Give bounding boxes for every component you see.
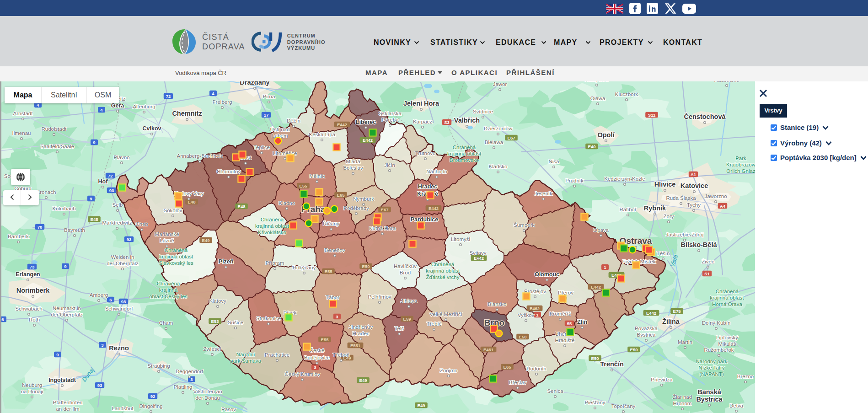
svg-text:Přerov: Přerov [558,290,573,295]
svg-text:Kulmbach: Kulmbach [52,206,75,211]
svg-text:17: 17 [264,113,269,118]
svg-text:93: 93 [97,383,102,388]
svg-text:Jaworzno: Jaworzno [704,193,727,199]
svg-text:der Oberpfalz: der Oberpfalz [51,312,83,317]
svg-text:Krajobrazow: Krajobrazow [726,162,755,167]
svg-text:Teplice: Teplice [253,145,270,150]
svg-text:73: 73 [30,264,35,269]
svg-text:Kronach: Kronach [37,189,56,195]
svg-text:Topoľčany: Topoľčany [611,403,636,409]
svg-text:oblast Český les: oblast Český les [149,294,188,299]
svg-text:Opolí: Opolí [597,131,615,139]
svg-text:Třeboň: Třeboň [333,352,349,358]
svg-text:E49: E49 [418,403,425,408]
svg-text:Pirna: Pirna [263,94,275,99]
svg-text:Cvikov: Cvikov [143,125,161,132]
svg-text:A1: A1 [691,172,697,177]
svg-text:E50: E50 [591,356,599,361]
svg-text:Rybnik: Rybnik [644,204,666,212]
svg-text:Chráněná: Chráněná [261,217,284,222]
svg-text:9: 9 [64,264,66,269]
svg-text:E65: E65 [504,365,512,370]
svg-text:Sokolov: Sokolov [164,208,182,213]
svg-text:Příbram: Příbram [266,260,284,266]
svg-text:Senica: Senica [547,388,563,394]
svg-text:Rudolstadt: Rudolstadt [42,126,67,132]
svg-text:Żivec: Żivec [702,259,714,264]
svg-text:Litomyšl: Litomyšl [451,236,470,242]
svg-text:Jawor: Jawor [493,81,507,87]
svg-text:Schwandorf: Schwandorf [105,306,134,311]
svg-text:93: 93 [121,299,126,304]
svg-text:Banská: Banská [697,388,722,396]
svg-text:krajinná oblast: krajinná oblast [159,254,193,259]
svg-text:Altenburg: Altenburg [133,104,155,109]
svg-text:Žilina: Žilina [662,317,680,325]
svg-text:Mladá: Mladá [346,159,360,164]
svg-text:Těšín: Těšín [657,251,670,256]
svg-text:Kutná Hora: Kutná Hora [369,225,396,231]
svg-text:Ratiboř: Ratiboř [619,207,637,212]
svg-text:Bielawa: Bielawa [485,139,504,145]
svg-text:Chránená: Chránená [716,289,739,294]
svg-text:E50: E50 [362,264,370,269]
svg-text:Lázně: Lázně [160,238,174,243]
svg-text:Arnstadt: Arnstadt [13,111,33,116]
svg-text:4: 4 [100,107,103,113]
svg-text:Rokycany: Rokycany [293,265,316,270]
svg-text:Poręba: Poręba [381,117,399,123]
svg-text:Selb: Selb [112,202,123,208]
svg-text:Chráněná: Chráněná [165,247,188,253]
svg-text:Radomsko: Radomsko [714,81,739,83]
svg-text:Martin: Martin [678,339,692,345]
svg-text:Katovice: Katovice [680,182,708,189]
svg-text:S1: S1 [704,271,710,276]
svg-text:Dingolfing: Dingolfing [139,403,162,409]
svg-text:E75: E75 [673,309,681,314]
svg-text:krajinná oblast: krajinná oblast [426,268,460,274]
svg-text:72: 72 [108,173,113,178]
svg-text:Benešov: Benešov [325,247,345,253]
svg-text:E59: E59 [403,316,411,322]
svg-text:1: 1 [536,312,539,317]
svg-text:Orlich Gniaz: Orlich Gniaz [726,168,755,174]
svg-text:Žďárské vrchy: Žďárské vrchy [426,274,460,280]
svg-text:Žiar nad: Žiar nad [673,394,692,400]
svg-text:93: 93 [127,237,132,242]
svg-text:Dzierżoniów: Dzierżoniów [484,126,513,131]
svg-text:E442: E442 [646,311,656,316]
svg-text:Żory: Żory [664,214,674,219]
svg-text:Hradec: Hradec [352,331,369,336]
svg-text:4: 4 [212,91,214,96]
svg-text:Erlangen: Erlangen [16,271,40,278]
svg-text:Jelení Hora: Jelení Hora [403,100,439,107]
svg-text:Cheb: Cheb [135,221,148,227]
svg-text:na Dunaji: na Dunaji [21,389,43,394]
svg-text:České: České [310,348,325,353]
svg-text:Drazdany: Drazdany [240,81,269,86]
svg-text:3: 3 [190,377,193,382]
svg-text:Mělník: Mělník [309,173,325,179]
svg-text:Liberec: Liberec [356,119,376,125]
svg-text:Zlín: Zlín [577,319,587,325]
svg-text:E442: E442 [337,122,347,127]
svg-text:Piešťany: Piešťany [584,400,605,405]
svg-text:Strakonice: Strakonice [256,316,281,321]
svg-text:Tábor: Tábor [326,295,339,300]
svg-text:E49: E49 [202,238,210,243]
svg-text:park Šumava: park Šumava [230,358,261,364]
svg-text:Kluczbork: Kluczbork [615,91,638,97]
svg-text:Mariánské: Mariánské [155,231,179,237]
svg-text:Marktredwitz: Marktredwitz [102,220,132,225]
svg-text:Rezno: Rezno [109,344,129,352]
svg-text:Kroměříž: Kroměříž [550,311,571,316]
svg-text:Ceská Lípa: Ceská Lípa [309,132,336,137]
svg-text:Tychy: Tychy [687,202,701,208]
svg-text:Jihlava: Jihlava [401,298,417,304]
svg-text:(NAPANT): (NAPANT) [699,371,724,377]
svg-text:E551: E551 [350,343,361,348]
svg-text:E442: E442 [363,138,373,143]
svg-text:E55: E55 [325,269,333,274]
svg-text:Blansko: Blansko [488,301,507,307]
svg-text:Budějovice: Budějovice [304,355,330,360]
